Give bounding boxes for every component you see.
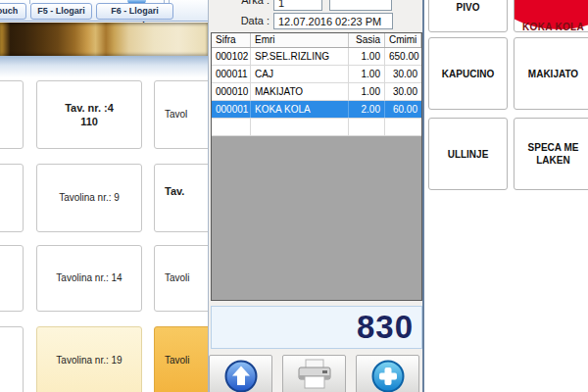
table-button-partial[interactable] [0, 326, 24, 392]
product-button-speca-me-laken[interactable]: SPECA ME LAKEN [514, 118, 588, 190]
table-button-clipped[interactable]: Tavoli [154, 245, 208, 312]
tab-f5-llogari[interactable]: F5 - Llogari [30, 3, 92, 20]
tab-touch[interactable]: Touch [0, 3, 26, 20]
product-label: SKOPSKO PIVO [435, 0, 501, 14]
panel-header-shade [0, 56, 208, 77]
date-label: Data : [224, 15, 270, 26]
send-up-button[interactable] [209, 355, 272, 392]
grid-row-selected[interactable]: 000001 KOKA KOLA 2.00 60.00 [212, 101, 421, 119]
product-label: KOKA KOLA [514, 21, 588, 32]
table-button-label: Tavoli [165, 271, 190, 285]
receipt-panel: Arka : Data : Sifra Emri Sasia Cmimi 000… [208, 0, 424, 392]
total-value: 830 [357, 309, 414, 346]
products-panel: SKOPSKO PIVO Coca-Cola KOKA KOLA KAPUCIN… [424, 0, 588, 392]
up-arrow-icon [223, 359, 259, 392]
plus-icon [370, 359, 406, 392]
table-button-label: Tavolina nr.: 14 [56, 271, 122, 285]
date-input[interactable] [273, 13, 393, 29]
table-button-19[interactable]: Tavolina nr.: 19 [36, 326, 142, 392]
product-button-skopsko-pivo[interactable]: SKOPSKO PIVO [428, 0, 508, 32]
arka-secondary-input[interactable] [329, 0, 392, 11]
cell-sasia: 1.00 [349, 83, 385, 100]
cell-sasia: 2.00 [349, 101, 385, 118]
column-header-sasia: Sasia [349, 33, 385, 47]
cell-cmimi: 30.00 [385, 66, 421, 82]
banner-image [0, 23, 208, 56]
table-button-partial[interactable] [0, 245, 24, 312]
column-header-sifra: Sifra [212, 33, 251, 47]
grid-row[interactable]: 000010 MAKIJATO 1.00 30.00 [212, 83, 421, 101]
cell-sasia: 1.00 [349, 48, 385, 65]
cell-emri: KOKA KOLA [251, 101, 349, 118]
cell-sifra: 000102 [212, 48, 251, 65]
pos-window: Touch F5 - Llogari F6 - Llogari Touch Ta… [0, 0, 588, 392]
column-header-emri: Emri [251, 33, 349, 47]
product-label: KAPUCINO [442, 68, 494, 80]
table-button-partial[interactable] [0, 164, 24, 232]
cell-emri: MAKIJATO [251, 83, 349, 100]
grid-empty-row [212, 119, 421, 136]
grid-header-row: Sifra Emri Sasia Cmimi [212, 33, 421, 48]
arka-input[interactable] [273, 0, 322, 11]
tab-f6-llogari-touch[interactable]: F6 - Llogari Touch [96, 3, 173, 20]
cell-emri: SP.SEL.RIZLING [251, 48, 349, 65]
cell-sasia: 1.00 [349, 66, 385, 82]
product-label: ULLINJE [448, 148, 489, 161]
table-button-label: Tav. [165, 184, 184, 198]
table-button-sublabel: 110 [80, 115, 98, 128]
table-button-9[interactable]: Tavolina nr.: 9 [36, 164, 142, 232]
receipt-grid: Sifra Emri Sasia Cmimi 000102 SP.SEL.RIZ… [211, 32, 422, 301]
grid-row[interactable]: 000102 SP.SEL.RIZLING 1.00 650.00 [212, 48, 421, 66]
cell-sifra: 000010 [212, 83, 251, 100]
table-button-label: Tav. nr. :4 [65, 101, 114, 115]
table-button-clipped[interactable]: Tav. 1 [154, 164, 208, 232]
cell-cmimi: 650.00 [385, 48, 421, 65]
cell-cmimi: 60.00 [385, 101, 421, 118]
table-button-clipped[interactable]: Tavol [154, 80, 208, 149]
product-label: SPECA ME LAKEN [520, 141, 586, 167]
tables-panel: Touch F5 - Llogari F6 - Llogari Touch Ta… [0, 0, 208, 392]
cell-cmimi: 30.00 [385, 83, 421, 100]
cell-sifra: 000001 [212, 101, 251, 118]
table-button-partial[interactable] [0, 80, 24, 149]
product-button-kapucino[interactable]: KAPUCINO [428, 37, 508, 110]
cell-emri: CAJ [251, 66, 349, 82]
product-label: MAKIJATO [528, 68, 578, 80]
product-button-makijato[interactable]: MAKIJATO [514, 37, 588, 110]
table-button-clipped[interactable]: Tavoli [154, 326, 208, 392]
table-button-4[interactable]: Tav. nr. :4 110 [36, 80, 142, 149]
arka-label: Arka : [224, 0, 270, 6]
toolbar: Touch F5 - Llogari F6 - Llogari Touch [0, 0, 208, 22]
add-button[interactable] [356, 355, 419, 392]
product-button-koka-kola[interactable]: Coca-Cola KOKA KOLA [514, 0, 588, 32]
cell-sifra: 000011 [212, 66, 251, 82]
table-button-14[interactable]: Tavolina nr.: 14 [36, 245, 142, 312]
column-header-cmimi: Cmimi [385, 33, 421, 47]
table-button-label: Tavoli [165, 354, 190, 368]
product-button-ullinje[interactable]: ULLINJE [428, 118, 508, 190]
grid-row[interactable]: 000011 CAJ 1.00 30.00 [212, 66, 421, 83]
total-display: 830 [211, 306, 422, 349]
table-button-label: Tavol [165, 108, 187, 122]
table-button-label: Tavolina nr.: 9 [59, 191, 120, 205]
table-button-label: Tavolina nr.: 19 [56, 354, 122, 368]
printer-icon [295, 359, 334, 392]
print-button[interactable] [282, 355, 346, 392]
